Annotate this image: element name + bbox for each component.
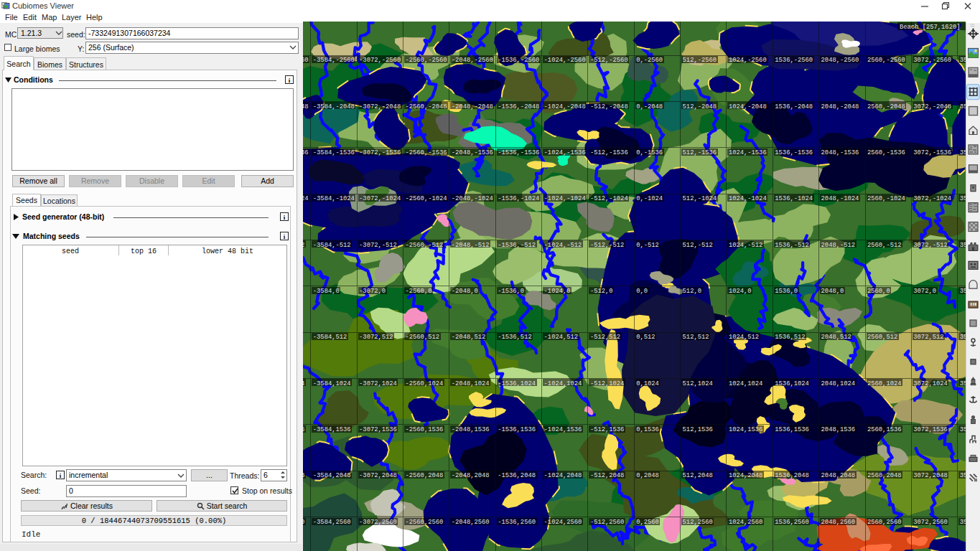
svg-text:3072,-2048: 3072,-2048 <box>913 103 951 110</box>
svg-text:1536,2048: 1536,2048 <box>775 472 809 479</box>
svg-text:-3584,-1024: -3584,-1024 <box>313 195 355 202</box>
svg-text:3072,-512: 3072,-512 <box>913 242 948 249</box>
svg-text:512,-1024: 512,-1024 <box>683 195 717 202</box>
svg-text:1024,512: 1024,512 <box>729 334 759 341</box>
svg-text:3072,512: 3072,512 <box>913 334 943 341</box>
svg-text:-4096,1536: -4096,1536 <box>303 426 304 433</box>
svg-text:1024,-512: 1024,-512 <box>729 242 763 249</box>
svg-text:1536,-1024: 1536,-1024 <box>775 195 813 202</box>
svg-text:-3072,-1024: -3072,-1024 <box>359 195 401 202</box>
svg-text:-3584,512: -3584,512 <box>313 334 347 341</box>
svg-text:1536,-2048: 1536,-2048 <box>775 103 813 110</box>
svg-text:-3584,2560: -3584,2560 <box>313 519 351 526</box>
svg-text:1024,-2048: 1024,-2048 <box>729 103 767 110</box>
svg-text:1024,0: 1024,0 <box>729 288 752 295</box>
svg-text:-4096,-1024: -4096,-1024 <box>303 195 309 202</box>
svg-text:512,1536: 512,1536 <box>683 426 713 433</box>
svg-text:512,1024: 512,1024 <box>683 380 713 387</box>
svg-text:2048,1536: 2048,1536 <box>821 426 856 433</box>
svg-text:0,-2560: 0,-2560 <box>636 57 663 64</box>
svg-text:-2560,2048: -2560,2048 <box>406 472 444 479</box>
svg-text:-2560,512: -2560,512 <box>406 334 440 341</box>
svg-text:512,-2048: 512,-2048 <box>683 103 717 110</box>
svg-text:0,1536: 0,1536 <box>636 426 659 433</box>
svg-text:-3072,1024: -3072,1024 <box>359 380 397 387</box>
svg-text:512,0: 512,0 <box>683 288 701 295</box>
svg-text:512,-1536: 512,-1536 <box>683 149 717 156</box>
svg-text:-512,0: -512,0 <box>590 288 613 295</box>
svg-text:-4096,2560: -4096,2560 <box>303 519 304 526</box>
svg-text:3072,2560: 3072,2560 <box>913 519 948 526</box>
svg-text:-1536,2048: -1536,2048 <box>498 472 536 479</box>
svg-text:-1024,-1024: -1024,-1024 <box>544 195 586 202</box>
svg-text:3584,512: 3584,512 <box>960 334 966 341</box>
svg-text:2560,-1536: 2560,-1536 <box>867 149 905 156</box>
svg-text:-2048,512: -2048,512 <box>452 334 486 341</box>
svg-text:-2048,0: -2048,0 <box>452 288 478 295</box>
svg-text:2048,-512: 2048,-512 <box>821 242 856 249</box>
svg-text:-1024,512: -1024,512 <box>544 334 579 341</box>
svg-text:2560,-2560: 2560,-2560 <box>867 57 905 64</box>
svg-text:3072,1536: 3072,1536 <box>913 426 948 433</box>
svg-text:1536,1024: 1536,1024 <box>775 380 809 387</box>
svg-text:-4096,-2048: -4096,-2048 <box>303 103 309 110</box>
svg-text:3072,0: 3072,0 <box>913 288 936 295</box>
svg-text:-3584,1536: -3584,1536 <box>313 426 351 433</box>
svg-text:0,-2048: 0,-2048 <box>636 103 663 110</box>
svg-text:-1024,-2560: -1024,-2560 <box>544 57 586 64</box>
svg-text:1024,-2560: 1024,-2560 <box>729 57 767 64</box>
svg-text:-512,2048: -512,2048 <box>590 472 625 479</box>
svg-text:-2560,-512: -2560,-512 <box>406 242 444 249</box>
svg-text:3584,-512: 3584,-512 <box>960 242 966 249</box>
svg-text:-3584,-2048: -3584,-2048 <box>313 103 355 110</box>
svg-text:3584,-1536: 3584,-1536 <box>960 149 966 156</box>
svg-text:-1536,-512: -1536,-512 <box>498 242 536 249</box>
svg-text:0,2048: 0,2048 <box>636 472 659 479</box>
svg-text:-512,-1024: -512,-1024 <box>590 195 628 202</box>
svg-text:2048,2048: 2048,2048 <box>821 472 856 479</box>
svg-text:-2560,1024: -2560,1024 <box>406 380 444 387</box>
svg-text:-3072,-512: -3072,-512 <box>359 242 397 249</box>
svg-text:-4096,-2560: -4096,-2560 <box>303 57 309 64</box>
svg-text:1024,1024: 1024,1024 <box>729 380 763 387</box>
svg-text:-1536,0: -1536,0 <box>498 288 524 295</box>
svg-text:2048,2560: 2048,2560 <box>821 519 856 526</box>
svg-text:-512,1024: -512,1024 <box>590 380 625 387</box>
svg-text:-3584,1024: -3584,1024 <box>313 380 351 387</box>
svg-text:1536,-2560: 1536,-2560 <box>775 57 813 64</box>
svg-text:2560,1536: 2560,1536 <box>867 426 902 433</box>
svg-text:1024,-1024: 1024,-1024 <box>729 195 767 202</box>
svg-text:-2048,-2560: -2048,-2560 <box>452 57 493 64</box>
svg-text:3072,1024: 3072,1024 <box>913 380 948 387</box>
svg-text:-3072,2048: -3072,2048 <box>359 472 397 479</box>
svg-text:-3072,0: -3072,0 <box>359 288 386 295</box>
svg-text:-2048,-2048: -2048,-2048 <box>452 103 493 110</box>
svg-text:2048,0: 2048,0 <box>821 288 844 295</box>
svg-text:-3584,2048: -3584,2048 <box>313 472 351 479</box>
svg-text:-3584,-1536: -3584,-1536 <box>313 149 355 156</box>
svg-text:2560,512: 2560,512 <box>867 334 897 341</box>
svg-text:-3584,-2560: -3584,-2560 <box>313 57 355 64</box>
svg-text:-1536,1536: -1536,1536 <box>498 426 536 433</box>
svg-text:-2048,2048: -2048,2048 <box>452 472 490 479</box>
svg-text:-512,-512: -512,-512 <box>590 242 625 249</box>
svg-text:3584,1024: 3584,1024 <box>960 380 966 387</box>
svg-text:-4096,-512: -4096,-512 <box>303 242 304 249</box>
svg-text:-512,-1536: -512,-1536 <box>590 149 628 156</box>
svg-text:-2560,-1024: -2560,-1024 <box>406 195 447 202</box>
svg-text:-2560,2560: -2560,2560 <box>406 519 444 526</box>
svg-text:2560,2048: 2560,2048 <box>867 472 902 479</box>
svg-text:1024,1536: 1024,1536 <box>729 426 763 433</box>
svg-text:1024,2560: 1024,2560 <box>729 519 763 526</box>
svg-text:1536,-1536: 1536,-1536 <box>775 149 813 156</box>
svg-text:3072,-1536: 3072,-1536 <box>913 149 951 156</box>
svg-text:-512,-2048: -512,-2048 <box>590 103 628 110</box>
svg-text:3584,-2560: 3584,-2560 <box>960 57 966 64</box>
svg-text:1024,2048: 1024,2048 <box>729 472 763 479</box>
svg-text:3072,-2560: 3072,-2560 <box>913 57 951 64</box>
svg-text:3584,-2048: 3584,-2048 <box>960 103 966 110</box>
svg-text:-1536,-2560: -1536,-2560 <box>498 57 539 64</box>
svg-text:2560,2560: 2560,2560 <box>867 519 902 526</box>
svg-text:-512,-2560: -512,-2560 <box>590 57 628 64</box>
svg-text:3584,0: 3584,0 <box>960 288 966 295</box>
